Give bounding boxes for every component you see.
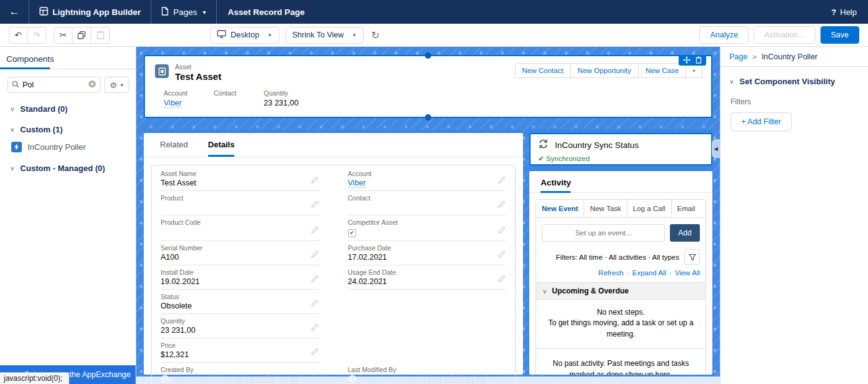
gear-icon: ⚙: [109, 81, 117, 90]
paste-icon[interactable]: [91, 27, 110, 44]
edit-icon[interactable]: [311, 225, 318, 236]
component-action-tab: [679, 55, 706, 66]
edit-icon[interactable]: [311, 298, 318, 309]
section-custom-managed[interactable]: ∨ Custom - Managed (0): [0, 152, 136, 173]
edit-icon[interactable]: [311, 249, 318, 260]
tab-details[interactable]: Details: [208, 140, 235, 157]
tab-components[interactable]: Components: [0, 47, 136, 64]
expand-all-link[interactable]: Expand All: [632, 269, 666, 277]
breadcrumb-separator: >: [752, 53, 756, 61]
empty-cell: [348, 290, 507, 314]
edit-icon[interactable]: [311, 322, 318, 333]
clipboard-group: ✂: [54, 27, 110, 44]
section-standard[interactable]: ∨ Standard (0): [0, 93, 136, 114]
incountry-poller-component[interactable]: InCountry Sync Status ✔ Synchronized: [529, 133, 712, 165]
builder-toolbar: ↶ ↷ ✂ Desktop ▼ Shrink To View ▼ ↻ Analy…: [0, 24, 868, 47]
pages-label: Pages: [173, 7, 197, 17]
tab-new-task[interactable]: New Task: [584, 200, 627, 217]
analyze-button[interactable]: Analyze: [699, 26, 748, 44]
sync-icon: [538, 139, 549, 152]
record-name: Test Asset: [175, 71, 221, 82]
visibility-section-title: Set Component Visibility: [739, 77, 835, 86]
lightning-bolt-icon: [11, 142, 22, 152]
sync-status-title: InCountry Sync Status: [555, 140, 639, 150]
new-contact-button[interactable]: New Contact: [515, 63, 571, 78]
field-asset-name: Asset Name Test Asset: [161, 167, 319, 191]
redo-icon[interactable]: ↷: [27, 27, 46, 44]
edit-icon[interactable]: [311, 347, 318, 358]
empty-cell: [348, 314, 507, 338]
save-button[interactable]: Save: [821, 26, 860, 44]
highlight-field-account: Account Viber: [164, 89, 196, 107]
component-item-label: InCountry Poller: [27, 142, 86, 152]
section-custom-label: Custom (1): [20, 125, 62, 134]
add-button[interactable]: Add: [670, 224, 700, 242]
filter-icon[interactable]: [684, 249, 700, 265]
set-component-visibility-section[interactable]: ∨ Set Component Visibility: [721, 67, 868, 86]
undo-icon[interactable]: ↶: [9, 27, 27, 44]
edit-icon[interactable]: [498, 249, 505, 260]
components-sidebar: Components ⚙ ▼ ∨ Standard (0) ∨ Custom (…: [0, 47, 136, 384]
new-opportunity-button[interactable]: New Opportunity: [571, 63, 639, 78]
undo-redo-group: ↶ ↷: [9, 27, 46, 44]
trash-icon[interactable]: [696, 55, 702, 66]
refresh-link[interactable]: Refresh: [599, 269, 624, 277]
edit-icon[interactable]: [311, 175, 318, 186]
tab-related[interactable]: Related: [160, 140, 188, 157]
record-tabs-component[interactable]: Related Details Asset Name Test Asset Ac…: [144, 133, 523, 375]
edit-icon[interactable]: [311, 273, 318, 285]
activation-button[interactable]: Activation...: [754, 26, 816, 44]
chevron-down-icon: ∨: [729, 78, 734, 85]
account-link[interactable]: Viber: [164, 99, 182, 108]
help-link[interactable]: ? Help: [831, 7, 868, 17]
edit-icon[interactable]: [498, 199, 505, 210]
device-selector-value: Desktop: [231, 31, 259, 39]
highlight-field-contact: Contact: [214, 89, 246, 107]
refresh-icon[interactable]: ↻: [371, 29, 379, 41]
chevron-down-icon: ▾: [203, 9, 206, 16]
app-builder-home[interactable]: Lightning App Builder: [29, 0, 151, 24]
chevron-down-icon: ∨: [10, 165, 14, 172]
activity-component[interactable]: Activity New Event New Task Log a Call E…: [529, 171, 712, 375]
sync-status-value: Synchronized: [546, 155, 590, 162]
event-input[interactable]: [542, 224, 665, 242]
zoom-selector[interactable]: Shrink To View ▼: [286, 27, 364, 44]
upcoming-overdue-section[interactable]: ∨ Upcoming & Overdue: [536, 282, 706, 300]
clear-icon[interactable]: [88, 79, 96, 91]
tab-log-a-call[interactable]: Log a Call: [627, 200, 672, 217]
dropdown-arrow-icon: ▼: [352, 32, 357, 38]
palette-settings-button[interactable]: ⚙ ▼: [104, 77, 129, 93]
panel-collapse-handle[interactable]: ◀: [712, 139, 720, 158]
cut-icon[interactable]: ✂: [54, 27, 72, 44]
move-icon[interactable]: [683, 55, 691, 66]
field-usage-end-date: Usage End Date 24.02.2021: [348, 265, 507, 290]
edit-icon[interactable]: [498, 225, 505, 236]
account-link[interactable]: Viber: [348, 179, 366, 188]
active-tab-underline: [541, 191, 571, 193]
view-all-link[interactable]: View All: [675, 269, 700, 277]
tab-activity[interactable]: Activity: [529, 171, 712, 187]
component-item-incountry-poller[interactable]: InCountry Poller: [0, 134, 136, 152]
copy-icon[interactable]: [72, 27, 91, 44]
edit-icon[interactable]: [498, 273, 505, 285]
app-title: Lightning App Builder: [52, 7, 141, 17]
device-selector[interactable]: Desktop ▼: [210, 27, 279, 44]
field-product-code: Product Code: [161, 215, 319, 241]
edit-icon[interactable]: [311, 199, 318, 210]
highlights-panel-component[interactable]: Asset Test Asset New Contact New Opportu…: [144, 55, 712, 118]
back-icon[interactable]: ←: [0, 0, 29, 24]
tab-email[interactable]: Email: [672, 200, 701, 217]
field-purchase-date: Purchase Date 17.02.2021: [348, 241, 507, 265]
search-input[interactable]: [22, 81, 88, 89]
section-custom-managed-label: Custom - Managed (0): [20, 164, 105, 173]
add-filter-button[interactable]: + Add Filter: [731, 112, 792, 131]
search-icon: [12, 79, 19, 91]
asset-record-icon: [155, 64, 169, 78]
breadcrumb-page-link[interactable]: Page: [729, 52, 747, 61]
edit-icon[interactable]: [498, 175, 505, 186]
page-title: Asset Record Page: [217, 7, 316, 17]
section-custom[interactable]: ∨ Custom (1): [0, 114, 136, 134]
checkbox-checked[interactable]: ✔: [348, 229, 356, 237]
tab-new-event[interactable]: New Event: [536, 200, 584, 217]
pages-menu[interactable]: Pages ▾: [151, 0, 216, 24]
